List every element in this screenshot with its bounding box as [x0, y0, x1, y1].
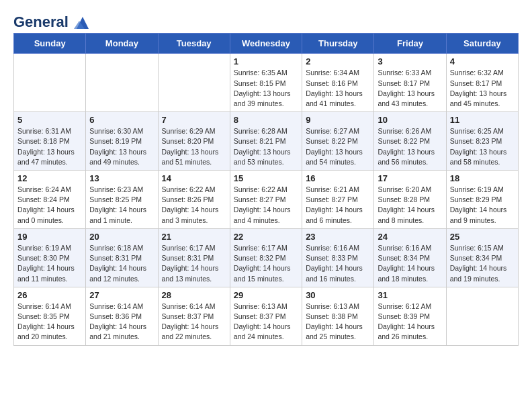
calendar-cell: 3Sunrise: 6:33 AM Sunset: 8:17 PM Daylig… [374, 54, 446, 112]
day-number: 13 [89, 173, 154, 183]
day-info: Sunrise: 6:29 AM Sunset: 8:20 PM Dayligh… [162, 126, 226, 167]
day-number: 6 [89, 115, 154, 125]
calendar-cell: 13Sunrise: 6:23 AM Sunset: 8:25 PM Dayli… [86, 171, 158, 229]
day-number: 3 [378, 56, 442, 66]
day-number: 24 [378, 232, 442, 242]
column-header-sunday: Sunday [14, 34, 86, 54]
day-number: 5 [17, 115, 82, 125]
calendar-cell: 11Sunrise: 6:25 AM Sunset: 8:23 PM Dayli… [446, 112, 518, 171]
calendar-cell: 5Sunrise: 6:31 AM Sunset: 8:18 PM Daylig… [14, 112, 86, 171]
day-info: Sunrise: 6:19 AM Sunset: 8:29 PM Dayligh… [450, 185, 515, 226]
calendar-cell: 12Sunrise: 6:24 AM Sunset: 8:24 PM Dayli… [14, 171, 86, 229]
column-header-wednesday: Wednesday [230, 34, 302, 54]
calendar-table: SundayMondayTuesdayWednesdayThursdayFrid… [13, 33, 519, 345]
column-header-tuesday: Tuesday [158, 34, 230, 54]
calendar-cell: 9Sunrise: 6:27 AM Sunset: 8:22 PM Daylig… [302, 112, 374, 171]
day-number: 16 [306, 173, 370, 183]
day-number: 9 [306, 115, 370, 125]
day-number: 12 [17, 173, 82, 183]
day-number: 25 [450, 232, 515, 242]
day-info: Sunrise: 6:19 AM Sunset: 8:30 PM Dayligh… [17, 243, 82, 284]
day-number: 15 [234, 173, 298, 183]
calendar-week-row: 1Sunrise: 6:35 AM Sunset: 8:15 PM Daylig… [14, 54, 519, 112]
column-header-thursday: Thursday [302, 34, 374, 54]
day-info: Sunrise: 6:17 AM Sunset: 8:32 PM Dayligh… [234, 243, 298, 284]
day-number: 28 [162, 290, 226, 300]
day-number: 29 [234, 290, 298, 300]
calendar-cell: 26Sunrise: 6:14 AM Sunset: 8:35 PM Dayli… [14, 287, 86, 345]
calendar-cell [158, 54, 230, 112]
day-info: Sunrise: 6:18 AM Sunset: 8:31 PM Dayligh… [89, 243, 154, 284]
day-number: 11 [450, 115, 515, 125]
day-info: Sunrise: 6:14 AM Sunset: 8:37 PM Dayligh… [162, 302, 226, 342]
calendar-cell: 28Sunrise: 6:14 AM Sunset: 8:37 PM Dayli… [158, 287, 230, 345]
day-info: Sunrise: 6:14 AM Sunset: 8:36 PM Dayligh… [89, 302, 154, 342]
column-header-friday: Friday [374, 34, 446, 54]
day-info: Sunrise: 6:16 AM Sunset: 8:33 PM Dayligh… [306, 243, 370, 284]
calendar-week-row: 26Sunrise: 6:14 AM Sunset: 8:35 PM Dayli… [14, 287, 519, 345]
day-number: 20 [89, 232, 154, 242]
day-info: Sunrise: 6:15 AM Sunset: 8:34 PM Dayligh… [450, 243, 515, 284]
calendar-cell: 20Sunrise: 6:18 AM Sunset: 8:31 PM Dayli… [86, 228, 158, 287]
calendar-cell: 17Sunrise: 6:20 AM Sunset: 8:28 PM Dayli… [374, 171, 446, 229]
calendar-cell: 14Sunrise: 6:22 AM Sunset: 8:26 PM Dayli… [158, 171, 230, 229]
day-info: Sunrise: 6:26 AM Sunset: 8:22 PM Dayligh… [378, 126, 442, 167]
day-number: 26 [17, 290, 82, 300]
calendar-cell: 24Sunrise: 6:16 AM Sunset: 8:34 PM Dayli… [374, 228, 446, 287]
calendar-week-row: 12Sunrise: 6:24 AM Sunset: 8:24 PM Dayli… [14, 171, 519, 229]
day-info: Sunrise: 6:22 AM Sunset: 8:27 PM Dayligh… [234, 185, 298, 226]
calendar-cell: 1Sunrise: 6:35 AM Sunset: 8:15 PM Daylig… [230, 54, 302, 112]
day-info: Sunrise: 6:27 AM Sunset: 8:22 PM Dayligh… [306, 126, 370, 167]
day-info: Sunrise: 6:21 AM Sunset: 8:27 PM Dayligh… [306, 185, 370, 226]
day-number: 7 [162, 115, 226, 125]
day-info: Sunrise: 6:25 AM Sunset: 8:23 PM Dayligh… [450, 126, 515, 167]
day-info: Sunrise: 6:14 AM Sunset: 8:35 PM Dayligh… [17, 302, 82, 342]
day-number: 2 [306, 56, 370, 66]
day-info: Sunrise: 6:12 AM Sunset: 8:39 PM Dayligh… [378, 302, 442, 342]
day-info: Sunrise: 6:17 AM Sunset: 8:31 PM Dayligh… [162, 243, 226, 284]
calendar-cell: 15Sunrise: 6:22 AM Sunset: 8:27 PM Dayli… [230, 171, 302, 229]
calendar-cell: 16Sunrise: 6:21 AM Sunset: 8:27 PM Dayli… [302, 171, 374, 229]
day-number: 30 [306, 290, 370, 300]
calendar-cell: 10Sunrise: 6:26 AM Sunset: 8:22 PM Dayli… [374, 112, 446, 171]
day-info: Sunrise: 6:13 AM Sunset: 8:38 PM Dayligh… [306, 302, 370, 342]
day-info: Sunrise: 6:24 AM Sunset: 8:24 PM Dayligh… [17, 185, 82, 226]
day-number: 14 [162, 173, 226, 183]
day-number: 31 [378, 290, 442, 300]
day-info: Sunrise: 6:35 AM Sunset: 8:15 PM Dayligh… [234, 68, 298, 109]
day-number: 27 [89, 290, 154, 300]
logo-text: General [13, 13, 91, 30]
day-number: 21 [162, 232, 226, 242]
day-number: 4 [450, 56, 515, 66]
day-info: Sunrise: 6:20 AM Sunset: 8:28 PM Dayligh… [378, 185, 442, 226]
calendar-cell: 31Sunrise: 6:12 AM Sunset: 8:39 PM Dayli… [374, 287, 446, 345]
calendar-cell: 27Sunrise: 6:14 AM Sunset: 8:36 PM Dayli… [86, 287, 158, 345]
calendar-cell [14, 54, 86, 112]
day-info: Sunrise: 6:30 AM Sunset: 8:19 PM Dayligh… [89, 126, 154, 167]
day-info: Sunrise: 6:34 AM Sunset: 8:16 PM Dayligh… [306, 68, 370, 109]
calendar-cell: 8Sunrise: 6:28 AM Sunset: 8:21 PM Daylig… [230, 112, 302, 171]
calendar-cell: 18Sunrise: 6:19 AM Sunset: 8:29 PM Dayli… [446, 171, 518, 229]
day-number: 1 [234, 56, 298, 66]
logo: General [13, 13, 91, 29]
calendar-cell: 23Sunrise: 6:16 AM Sunset: 8:33 PM Dayli… [302, 228, 374, 287]
calendar-cell: 25Sunrise: 6:15 AM Sunset: 8:34 PM Dayli… [446, 228, 518, 287]
day-number: 19 [17, 232, 82, 242]
calendar-cell [86, 54, 158, 112]
day-number: 18 [450, 173, 515, 183]
day-info: Sunrise: 6:31 AM Sunset: 8:18 PM Dayligh… [17, 126, 82, 167]
calendar-cell [446, 287, 518, 345]
calendar-cell: 7Sunrise: 6:29 AM Sunset: 8:20 PM Daylig… [158, 112, 230, 171]
day-number: 10 [378, 115, 442, 125]
page-header: General [13, 13, 519, 29]
day-info: Sunrise: 6:13 AM Sunset: 8:37 PM Dayligh… [234, 302, 298, 342]
day-number: 17 [378, 173, 442, 183]
calendar-cell: 30Sunrise: 6:13 AM Sunset: 8:38 PM Dayli… [302, 287, 374, 345]
calendar-cell: 21Sunrise: 6:17 AM Sunset: 8:31 PM Dayli… [158, 228, 230, 287]
calendar-week-row: 5Sunrise: 6:31 AM Sunset: 8:18 PM Daylig… [14, 112, 519, 171]
calendar-cell: 6Sunrise: 6:30 AM Sunset: 8:19 PM Daylig… [86, 112, 158, 171]
day-number: 23 [306, 232, 370, 242]
day-info: Sunrise: 6:23 AM Sunset: 8:25 PM Dayligh… [89, 185, 154, 226]
calendar-cell: 19Sunrise: 6:19 AM Sunset: 8:30 PM Dayli… [14, 228, 86, 287]
day-info: Sunrise: 6:28 AM Sunset: 8:21 PM Dayligh… [234, 126, 298, 167]
